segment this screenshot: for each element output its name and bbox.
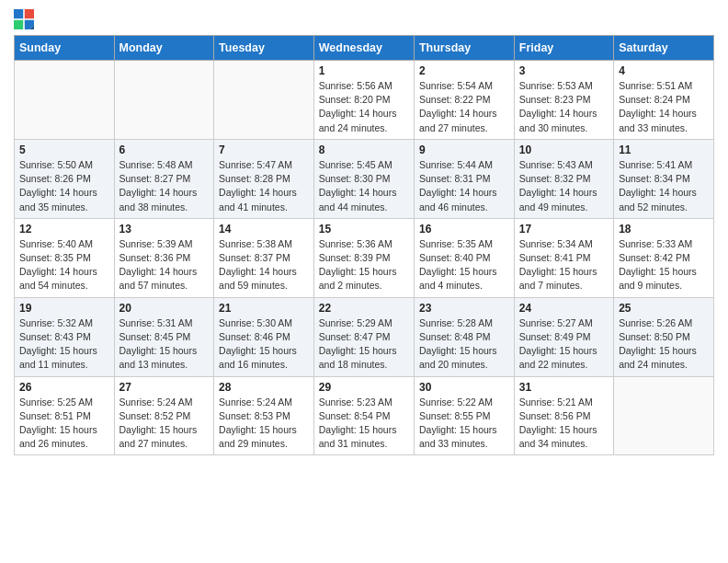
day-info: Sunrise: 5:48 AMSunset: 8:27 PMDaylight:… [119, 158, 210, 214]
week-row-5: 26Sunrise: 5:25 AMSunset: 8:51 PMDayligh… [15, 376, 714, 455]
day-cell: 22Sunrise: 5:29 AMSunset: 8:47 PMDayligh… [313, 297, 414, 376]
day-number: 9 [419, 144, 509, 156]
day-cell: 5Sunrise: 5:50 AMSunset: 8:26 PMDaylight… [15, 139, 115, 218]
day-number: 2 [419, 64, 509, 77]
day-info: Sunrise: 5:22 AMSunset: 8:55 PMDaylight:… [419, 396, 509, 452]
day-cell: 11Sunrise: 5:41 AMSunset: 8:34 PMDayligh… [614, 139, 714, 218]
day-number: 20 [119, 302, 210, 315]
day-number: 10 [519, 144, 609, 156]
day-number: 3 [519, 64, 609, 77]
day-number: 24 [519, 302, 609, 315]
day-info: Sunrise: 5:50 AMSunset: 8:26 PMDaylight:… [19, 158, 109, 214]
weekday-header-tuesday: Tuesday [214, 36, 314, 61]
day-cell [614, 376, 714, 455]
day-cell [114, 61, 214, 140]
weekday-header-row: SundayMondayTuesdayWednesdayThursdayFrid… [15, 36, 714, 61]
week-row-3: 12Sunrise: 5:40 AMSunset: 8:35 PMDayligh… [15, 218, 714, 297]
day-cell: 23Sunrise: 5:28 AMSunset: 8:48 PMDayligh… [414, 297, 514, 376]
day-info: Sunrise: 5:24 AMSunset: 8:53 PMDaylight:… [219, 396, 309, 452]
day-cell: 17Sunrise: 5:34 AMSunset: 8:41 PMDayligh… [514, 218, 613, 297]
calendar-table: SundayMondayTuesdayWednesdayThursdayFrid… [14, 35, 714, 455]
day-cell: 20Sunrise: 5:31 AMSunset: 8:45 PMDayligh… [114, 297, 214, 376]
weekday-header-saturday: Saturday [614, 36, 714, 61]
day-cell: 8Sunrise: 5:45 AMSunset: 8:30 PMDaylight… [313, 139, 414, 218]
day-info: Sunrise: 5:33 AMSunset: 8:42 PMDaylight:… [619, 237, 709, 293]
day-info: Sunrise: 5:27 AMSunset: 8:49 PMDaylight:… [519, 316, 609, 373]
day-number: 5 [19, 144, 109, 156]
day-number: 4 [619, 64, 709, 77]
logo [14, 9, 36, 29]
day-number: 13 [119, 223, 210, 236]
day-info: Sunrise: 5:29 AMSunset: 8:47 PMDaylight:… [319, 316, 409, 373]
day-number: 6 [119, 144, 210, 156]
day-info: Sunrise: 5:34 AMSunset: 8:41 PMDaylight:… [519, 237, 609, 293]
day-info: Sunrise: 5:24 AMSunset: 8:52 PMDaylight:… [119, 396, 210, 452]
day-number: 14 [219, 223, 309, 236]
day-number: 19 [19, 302, 109, 315]
day-cell: 21Sunrise: 5:30 AMSunset: 8:46 PMDayligh… [214, 297, 314, 376]
day-cell: 30Sunrise: 5:22 AMSunset: 8:55 PMDayligh… [414, 376, 514, 455]
day-cell: 12Sunrise: 5:40 AMSunset: 8:35 PMDayligh… [15, 218, 115, 297]
day-number: 11 [619, 144, 709, 156]
week-row-1: 1Sunrise: 5:56 AMSunset: 8:20 PMDaylight… [15, 61, 714, 140]
day-info: Sunrise: 5:56 AMSunset: 8:20 PMDaylight:… [319, 79, 409, 135]
day-cell [15, 61, 115, 140]
day-info: Sunrise: 5:31 AMSunset: 8:45 PMDaylight:… [119, 316, 210, 373]
svg-rect-1 [25, 9, 34, 18]
day-number: 23 [419, 302, 509, 315]
day-info: Sunrise: 5:23 AMSunset: 8:54 PMDaylight:… [319, 396, 409, 452]
day-number: 31 [519, 381, 609, 394]
day-number: 16 [419, 223, 509, 236]
day-cell: 24Sunrise: 5:27 AMSunset: 8:49 PMDayligh… [514, 297, 613, 376]
day-cell: 28Sunrise: 5:24 AMSunset: 8:53 PMDayligh… [214, 376, 314, 455]
day-cell: 19Sunrise: 5:32 AMSunset: 8:43 PMDayligh… [15, 297, 115, 376]
day-cell: 2Sunrise: 5:54 AMSunset: 8:22 PMDaylight… [414, 61, 514, 140]
day-cell: 6Sunrise: 5:48 AMSunset: 8:27 PMDaylight… [114, 139, 214, 218]
day-number: 8 [319, 144, 409, 156]
day-cell: 18Sunrise: 5:33 AMSunset: 8:42 PMDayligh… [614, 218, 714, 297]
day-cell: 7Sunrise: 5:47 AMSunset: 8:28 PMDaylight… [214, 139, 314, 218]
day-number: 28 [219, 381, 309, 394]
day-cell: 10Sunrise: 5:43 AMSunset: 8:32 PMDayligh… [514, 139, 613, 218]
day-info: Sunrise: 5:21 AMSunset: 8:56 PMDaylight:… [519, 396, 609, 452]
day-info: Sunrise: 5:35 AMSunset: 8:40 PMDaylight:… [419, 237, 509, 293]
day-number: 25 [619, 302, 709, 315]
day-number: 22 [319, 302, 409, 315]
day-info: Sunrise: 5:47 AMSunset: 8:28 PMDaylight:… [219, 158, 309, 214]
day-number: 17 [519, 223, 609, 236]
day-info: Sunrise: 5:25 AMSunset: 8:51 PMDaylight:… [19, 396, 109, 452]
day-cell: 4Sunrise: 5:51 AMSunset: 8:24 PMDaylight… [614, 61, 714, 140]
day-cell: 1Sunrise: 5:56 AMSunset: 8:20 PMDaylight… [313, 61, 414, 140]
day-number: 30 [419, 381, 509, 394]
day-info: Sunrise: 5:45 AMSunset: 8:30 PMDaylight:… [319, 158, 409, 214]
day-cell: 9Sunrise: 5:44 AMSunset: 8:31 PMDaylight… [414, 139, 514, 218]
day-cell: 15Sunrise: 5:36 AMSunset: 8:39 PMDayligh… [313, 218, 414, 297]
weekday-header-thursday: Thursday [414, 36, 514, 61]
logo-icon [14, 9, 34, 29]
day-info: Sunrise: 5:51 AMSunset: 8:24 PMDaylight:… [619, 79, 709, 135]
day-cell: 29Sunrise: 5:23 AMSunset: 8:54 PMDayligh… [313, 376, 414, 455]
day-cell: 14Sunrise: 5:38 AMSunset: 8:37 PMDayligh… [214, 218, 314, 297]
svg-rect-2 [14, 20, 23, 29]
day-info: Sunrise: 5:43 AMSunset: 8:32 PMDaylight:… [519, 158, 609, 214]
weekday-header-friday: Friday [514, 36, 613, 61]
day-number: 18 [619, 223, 709, 236]
day-number: 26 [19, 381, 109, 394]
day-info: Sunrise: 5:53 AMSunset: 8:23 PMDaylight:… [519, 79, 609, 135]
day-info: Sunrise: 5:30 AMSunset: 8:46 PMDaylight:… [219, 316, 309, 373]
day-info: Sunrise: 5:26 AMSunset: 8:50 PMDaylight:… [619, 316, 709, 373]
day-info: Sunrise: 5:41 AMSunset: 8:34 PMDaylight:… [619, 158, 709, 214]
day-cell: 13Sunrise: 5:39 AMSunset: 8:36 PMDayligh… [114, 218, 214, 297]
day-number: 21 [219, 302, 309, 315]
week-row-4: 19Sunrise: 5:32 AMSunset: 8:43 PMDayligh… [15, 297, 714, 376]
day-info: Sunrise: 5:36 AMSunset: 8:39 PMDaylight:… [319, 237, 409, 293]
day-number: 12 [19, 223, 109, 236]
day-number: 29 [319, 381, 409, 394]
day-cell: 16Sunrise: 5:35 AMSunset: 8:40 PMDayligh… [414, 218, 514, 297]
day-info: Sunrise: 5:40 AMSunset: 8:35 PMDaylight:… [19, 237, 109, 293]
day-cell: 27Sunrise: 5:24 AMSunset: 8:52 PMDayligh… [114, 376, 214, 455]
day-info: Sunrise: 5:32 AMSunset: 8:43 PMDaylight:… [19, 316, 109, 373]
day-number: 7 [219, 144, 309, 156]
weekday-header-wednesday: Wednesday [313, 36, 414, 61]
svg-rect-0 [14, 9, 23, 18]
